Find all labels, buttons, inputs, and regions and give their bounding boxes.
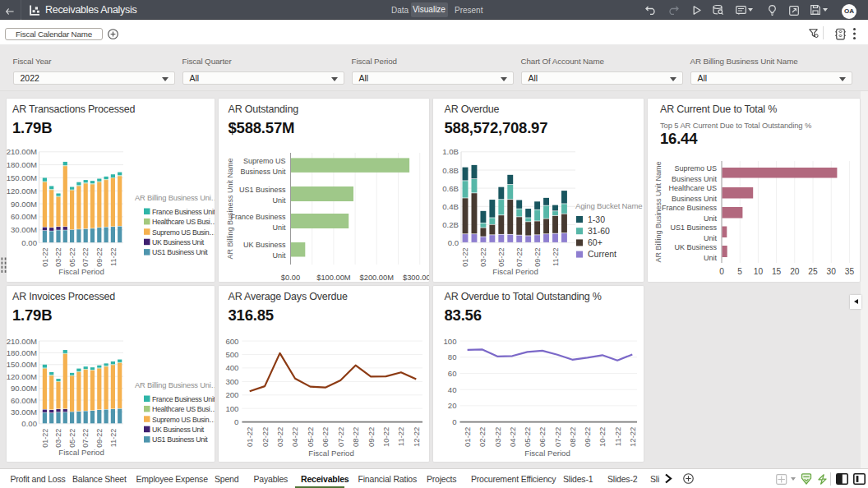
svg-text:US1 Business: US1 Business xyxy=(239,186,286,194)
svg-text:20: 20 xyxy=(790,267,800,276)
svg-text:0.00: 0.00 xyxy=(21,238,37,247)
svg-text:Supremo US: Supremo US xyxy=(243,157,286,165)
svg-text:0.0: 0.0 xyxy=(448,238,459,247)
svg-text:12-22: 12-22 xyxy=(628,427,637,447)
svg-text:07-22: 07-22 xyxy=(81,248,90,267)
svg-text:11-22: 11-22 xyxy=(613,427,622,447)
svg-text:400: 400 xyxy=(225,363,238,372)
svg-text:US1 Business Unit: US1 Business Unit xyxy=(152,435,208,444)
svg-text:100: 100 xyxy=(225,404,238,413)
svg-text:150.00M: 150.00M xyxy=(7,360,37,369)
svg-text:0.00: 0.00 xyxy=(21,419,37,428)
svg-text:10-22: 10-22 xyxy=(381,427,390,447)
svg-text:30.00M: 30.00M xyxy=(11,407,37,417)
svg-text:AR Billing Business Uni…: AR Billing Business Uni… xyxy=(135,381,215,389)
svg-text:US1 Business Unit: US1 Business Unit xyxy=(152,248,208,256)
svg-text:11-22: 11-22 xyxy=(396,427,405,447)
svg-text:10: 10 xyxy=(754,267,764,276)
svg-text:11-22: 11-22 xyxy=(552,248,560,266)
svg-text:100: 100 xyxy=(443,337,456,346)
svg-text:31-60: 31-60 xyxy=(588,226,610,236)
svg-text:09-22: 09-22 xyxy=(583,427,592,447)
svg-text:Fiscal Period: Fiscal Period xyxy=(58,267,104,276)
svg-text:US1 Business: US1 Business xyxy=(670,223,717,232)
svg-text:1.0B: 1.0B xyxy=(442,147,459,156)
svg-text:500: 500 xyxy=(225,350,238,359)
svg-text:03-22: 03-22 xyxy=(275,427,284,447)
svg-text:Healthcare US Busi…: Healthcare US Busi… xyxy=(152,218,215,226)
svg-text:09-22: 09-22 xyxy=(367,427,376,447)
svg-text:300: 300 xyxy=(225,377,238,386)
svg-text:10-22: 10-22 xyxy=(598,427,607,447)
svg-text:$100.00M: $100.00M xyxy=(316,274,350,282)
svg-text:Healthcare US Busi…: Healthcare US Busi… xyxy=(152,405,215,413)
svg-text:07-22: 07-22 xyxy=(515,248,524,267)
svg-text:120.00M: 120.00M xyxy=(7,372,37,381)
svg-text:200: 200 xyxy=(225,390,238,399)
svg-text:UK Business: UK Business xyxy=(243,241,286,249)
svg-text:AR Billing Business Unit Name: AR Billing Business Unit Name xyxy=(226,158,234,259)
svg-text:UK Business: UK Business xyxy=(674,243,717,251)
svg-text:UK Business Unit: UK Business Unit xyxy=(152,426,205,434)
svg-text:11-22: 11-22 xyxy=(109,248,118,266)
svg-text:40: 40 xyxy=(448,385,457,394)
svg-text:05-22: 05-22 xyxy=(68,248,76,267)
svg-text:0.8B: 0.8B xyxy=(442,166,459,175)
svg-text:05-22: 05-22 xyxy=(68,429,76,448)
svg-text:02-22: 02-22 xyxy=(478,427,487,447)
svg-text:03-22: 03-22 xyxy=(493,427,502,447)
svg-text:0: 0 xyxy=(234,417,238,426)
svg-text:Unit: Unit xyxy=(704,254,718,262)
svg-text:$200.00M: $200.00M xyxy=(360,274,394,282)
svg-text:15: 15 xyxy=(772,267,782,276)
svg-text:01-22: 01-22 xyxy=(41,429,49,448)
svg-text:08-22: 08-22 xyxy=(351,427,360,447)
svg-text:01-22: 01-22 xyxy=(41,248,49,267)
svg-text:UK Business Unit: UK Business Unit xyxy=(152,238,205,246)
svg-text:03-22: 03-22 xyxy=(54,248,62,267)
svg-text:03-22: 03-22 xyxy=(479,248,487,267)
svg-text:$0.00: $0.00 xyxy=(281,274,300,282)
svg-text:Current: Current xyxy=(588,249,616,259)
svg-text:90.00M: 90.00M xyxy=(11,384,37,393)
svg-text:01-22: 01-22 xyxy=(461,248,469,267)
svg-text:05-22: 05-22 xyxy=(306,427,315,447)
svg-text:35: 35 xyxy=(845,267,855,276)
svg-text:11-22: 11-22 xyxy=(109,429,118,447)
svg-text:Fiscal Period: Fiscal Period xyxy=(492,267,538,276)
svg-text:02-22: 02-22 xyxy=(261,427,270,447)
svg-text:08-22: 08-22 xyxy=(568,427,577,447)
svg-text:Unit: Unit xyxy=(704,234,718,242)
svg-text:210.00M: 210.00M xyxy=(7,337,37,346)
svg-text:Aging Bucket Name: Aging Bucket Name xyxy=(575,201,642,210)
svg-text:France Business: France Business xyxy=(230,213,286,221)
svg-text:0.6B: 0.6B xyxy=(442,184,459,193)
svg-text:90.00M: 90.00M xyxy=(11,200,37,209)
svg-text:Business Unit: Business Unit xyxy=(240,168,286,176)
svg-text:Business Unit: Business Unit xyxy=(672,175,718,183)
svg-text:AR Billing Business Unit Name: AR Billing Business Unit Name xyxy=(654,161,663,262)
svg-text:0.4B: 0.4B xyxy=(442,202,459,211)
svg-text:Healthcare US: Healthcare US xyxy=(668,184,717,192)
svg-text:France Business: France Business xyxy=(662,204,718,212)
svg-text:04-22: 04-22 xyxy=(290,427,299,447)
svg-text:05-22: 05-22 xyxy=(497,248,506,267)
svg-text:07-22: 07-22 xyxy=(553,427,562,447)
svg-text:0: 0 xyxy=(452,417,456,426)
svg-text:12-22: 12-22 xyxy=(412,427,421,447)
svg-text:Fiscal Period: Fiscal Period xyxy=(524,449,570,458)
svg-text:30: 30 xyxy=(827,267,837,276)
svg-text:1-30: 1-30 xyxy=(588,214,605,224)
svg-text:5: 5 xyxy=(737,267,742,276)
svg-text:Business Unit: Business Unit xyxy=(672,195,718,203)
svg-text:AR Billing Business Uni…: AR Billing Business Uni… xyxy=(135,194,215,202)
svg-text:60.00M: 60.00M xyxy=(11,396,37,405)
svg-text:60.00M: 60.00M xyxy=(11,212,37,221)
svg-text:07-22: 07-22 xyxy=(81,429,90,448)
svg-text:180.00M: 180.00M xyxy=(7,348,37,357)
svg-text:20: 20 xyxy=(448,401,457,410)
svg-text:120.00M: 120.00M xyxy=(7,186,37,196)
svg-text:$300.00M: $300.00M xyxy=(403,274,429,282)
svg-text:Supremo US Busin…: Supremo US Busin… xyxy=(152,416,215,424)
svg-text:60: 60 xyxy=(448,369,457,378)
